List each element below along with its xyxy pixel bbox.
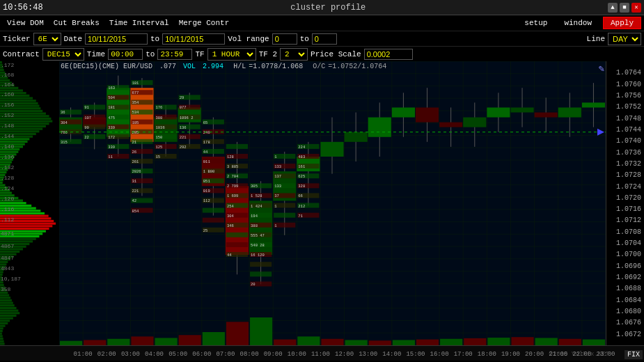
date-to-separator: to	[150, 35, 159, 43]
window-button[interactable]: window	[558, 17, 597, 29]
date-from-input[interactable]	[85, 33, 148, 45]
menu-merge-contr[interactable]: Merge Contr	[175, 17, 234, 29]
price-axis: 1.07641.07601.07561.07521.07481.07441.07…	[606, 61, 644, 345]
vol-to-separator: to	[300, 35, 309, 43]
time-label: 11:00	[311, 351, 330, 358]
ticker-label: Ticker	[3, 35, 31, 43]
price-tick: 1.0692	[616, 274, 641, 281]
left-volume-profile	[0, 61, 59, 345]
time-label: Time	[87, 50, 105, 58]
left-profile-canvas	[0, 61, 59, 345]
chart-canvas[interactable]	[59, 61, 606, 345]
price-tick: 1.0704	[616, 239, 641, 247]
title-area: cluster profile	[49, 3, 608, 13]
time-label: 15:00	[406, 351, 425, 358]
tf1-select[interactable]: 1 HOUR	[207, 48, 256, 61]
maximize-button[interactable]: ■	[620, 3, 629, 13]
tf2-select[interactable]: 2	[280, 48, 308, 61]
vol-to-input[interactable]	[312, 33, 337, 45]
time-label: 09:00	[264, 351, 283, 358]
menu-time-interval[interactable]: Time Interval	[105, 17, 173, 29]
tf2-label: TF 2	[259, 50, 277, 58]
fix-button[interactable]: FIX	[625, 350, 643, 359]
vol-from-input[interactable]	[272, 33, 297, 45]
price-scale-input[interactable]	[364, 49, 413, 60]
price-tick: 1.0744	[616, 125, 641, 133]
line-label: Line	[587, 35, 605, 43]
time-to-input[interactable]	[157, 49, 192, 60]
edit-pencil-icon[interactable]: ✎	[599, 63, 604, 74]
time-label: 19:00	[501, 351, 520, 358]
time-label: 23:00	[596, 351, 615, 358]
vol-range-label: Vol range	[228, 35, 269, 43]
price-tick: 1.0736	[616, 148, 641, 156]
price-tick: 1.0696	[616, 262, 641, 269]
price-tick: 1.0680	[616, 308, 641, 315]
top-bar: 10:56:48 cluster profile ▲ ■ ✕	[0, 0, 644, 15]
time-label: 16:00	[430, 351, 449, 358]
right-controls: setup window Apply	[519, 17, 641, 29]
minimize-button[interactable]: ▲	[608, 3, 618, 13]
toolbar2: Contract DEC15 Time to TF 1 HOUR TF 2 2 …	[0, 46, 644, 61]
price-tick: 1.0740	[616, 137, 641, 145]
time-display: 10:56:48	[3, 3, 43, 13]
price-tick: 1.0748	[616, 114, 641, 122]
line-select[interactable]: DAY	[608, 33, 641, 45]
contract-label: Contract	[3, 50, 40, 58]
price-tick: 1.0700	[616, 251, 641, 258]
time-label: 17:00	[454, 351, 473, 358]
price-tick: 1.0684	[616, 296, 641, 304]
window-controls: ▲ ■ ✕	[608, 3, 641, 13]
time-label: 04:00	[145, 351, 164, 358]
price-tick: 1.0676	[616, 319, 641, 326]
price-tick: 1.0732	[616, 159, 641, 167]
price-tick: 1.0756	[616, 91, 641, 99]
price-tick: 1.0712	[616, 217, 641, 224]
date-to-input[interactable]	[162, 33, 225, 45]
time-label: 10:00	[288, 351, 306, 358]
price-tick: 1.0672	[616, 330, 641, 338]
time-label: 02:00	[97, 351, 116, 358]
time-label: 08:00	[240, 351, 259, 358]
setup-button[interactable]: setup	[519, 17, 553, 29]
price-tick: 1.0688	[616, 285, 641, 292]
time-from-input[interactable]	[108, 49, 143, 60]
time-label: 05:00	[168, 351, 187, 358]
menu-bar: View DOM Cut Breaks Time Interval Merge …	[0, 15, 644, 31]
time-to-separator: to	[146, 50, 155, 58]
bottom-bar: ©2015 VolFix.NET FIX 01:0002:0003:0004:0…	[0, 345, 644, 361]
time-label: 01:00	[74, 351, 93, 358]
time-label: 13:00	[359, 351, 377, 358]
time-label: 03:00	[121, 351, 140, 358]
price-tick: 1.0708	[616, 228, 641, 235]
toolbar1: Ticker 6E Date to Vol range to Line DAY	[0, 31, 644, 46]
chart-container: 6E(DEC15)(CME) EUR/USD .077 VOL 2.994 H/…	[0, 61, 644, 345]
ticker-select[interactable]: 6E	[33, 33, 61, 45]
time-label: 21:00	[549, 351, 567, 358]
time-label: 07:00	[216, 351, 235, 358]
menu-cut-breaks[interactable]: Cut Breaks	[49, 17, 104, 29]
menu-view-dom[interactable]: View DOM	[3, 17, 48, 29]
price-tick: 1.0720	[616, 194, 641, 201]
time-label: 06:00	[192, 351, 211, 358]
tf1-label: TF	[195, 50, 204, 58]
price-tick: 1.0716	[616, 205, 641, 213]
time-label: 18:00	[478, 351, 496, 358]
price-tick: 1.0724	[616, 182, 641, 190]
close-button[interactable]: ✕	[631, 3, 641, 13]
time-label: 12:00	[335, 351, 354, 358]
price-tick: 1.0760	[616, 80, 641, 88]
apply-button[interactable]: Apply	[603, 17, 641, 29]
contract-select[interactable]: DEC15	[42, 48, 84, 61]
chart-area[interactable]: 6E(DEC15)(CME) EUR/USD .077 VOL 2.994 H/…	[59, 61, 606, 345]
price-scale-label: Price Scale	[311, 50, 361, 58]
price-tick: 1.0764	[616, 69, 641, 77]
price-tick: 1.0752	[616, 103, 641, 111]
date-label: Date	[64, 35, 82, 43]
price-tick: 1.0728	[616, 171, 641, 179]
time-label: 22:00	[572, 351, 591, 358]
time-label: 20:00	[525, 351, 544, 358]
time-label: 14:00	[382, 351, 401, 358]
